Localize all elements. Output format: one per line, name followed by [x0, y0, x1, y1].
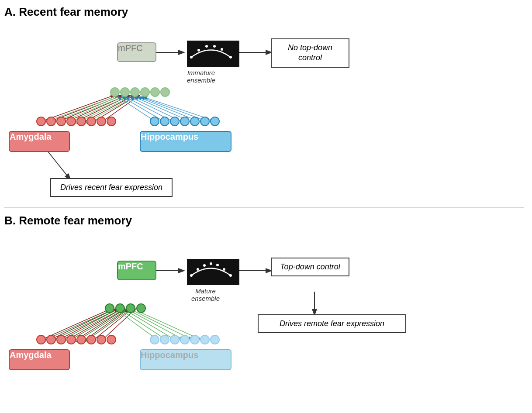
svg-line-5 [68, 95, 127, 121]
ensemble-label-a: Immatureensemble [187, 69, 215, 84]
drives-remote-box: Drives remote fear expression [258, 314, 406, 333]
neuron-blue-a-1 [150, 117, 159, 126]
svg-point-59 [210, 262, 212, 265]
svg-point-61 [223, 268, 225, 271]
svg-point-57 [197, 268, 199, 271]
mpfc-box-b: mPFC [117, 261, 156, 280]
neuron-lightblue-b-1 [150, 335, 159, 344]
drives-recent-label: Drives recent fear expression [60, 183, 162, 192]
neuron-red-a-5 [76, 117, 86, 126]
neuron-lightblue-b-5 [190, 335, 200, 344]
drives-recent-box: Drives recent fear expression [50, 178, 173, 197]
neuron-red-b-8 [107, 335, 116, 344]
ensemble-box-a [187, 41, 239, 67]
neuron-blue-a-6 [200, 117, 210, 126]
neuron-green-a-2 [120, 87, 130, 97]
svg-line-44 [127, 311, 175, 340]
topdown-box: Top-down control [271, 258, 349, 276]
neuron-lightblue-b-2 [160, 335, 169, 344]
svg-point-51 [205, 45, 208, 48]
neuron-red-a-2 [46, 117, 56, 126]
neuron-red-b-6 [86, 335, 96, 344]
hippocampus-label-b: Hippocampus [141, 350, 198, 360]
svg-point-49 [190, 56, 193, 59]
neuron-red-a-7 [97, 117, 106, 126]
amygdala-label-b: Amygdala [10, 350, 52, 360]
hippocampus-box-a: Hippocampus [140, 131, 231, 152]
neuron-green-a-5 [150, 87, 160, 97]
neuron-blue-a-3 [170, 117, 180, 126]
neuron-red-a-1 [36, 117, 46, 126]
amygdala-label-a: Amygdala [10, 132, 52, 141]
neuron-green-a-4 [140, 87, 150, 97]
svg-point-50 [197, 49, 200, 52]
neuron-red-b-5 [76, 335, 86, 344]
svg-point-58 [203, 264, 206, 267]
svg-line-35 [103, 309, 135, 340]
neuron-red-a-6 [86, 117, 96, 126]
svg-line-42 [118, 311, 157, 340]
svg-rect-55 [187, 259, 235, 281]
ensemble-box-b [187, 259, 239, 285]
neuron-blue-a-2 [160, 117, 169, 126]
neuron-red-a-3 [56, 117, 66, 126]
neuron-green-b-2 [115, 303, 125, 313]
divider [4, 207, 524, 208]
neuron-red-b-3 [56, 335, 66, 344]
drives-remote-label: Drives remote fear expression [280, 319, 384, 328]
neuron-green-a-3 [130, 87, 140, 97]
svg-line-47 [137, 311, 201, 340]
svg-rect-48 [187, 41, 235, 62]
hippocampus-label-a: Hippocampus [141, 132, 198, 141]
neuron-red-b-7 [97, 335, 106, 344]
neuron-red-b-1 [36, 335, 46, 344]
amygdala-box-b: Amygdala [9, 349, 70, 370]
neuron-lightblue-b-7 [210, 335, 220, 344]
neuron-green-a-6 [160, 87, 170, 97]
neuron-red-a-4 [66, 117, 76, 126]
amygdala-box-a: Amygdala [9, 131, 70, 152]
neuron-lightblue-b-3 [170, 335, 180, 344]
arrows-svg [0, 0, 532, 413]
ensemble-label-b: Matureensemble [191, 287, 220, 302]
svg-point-60 [216, 264, 219, 266]
hippocampus-box-b: Hippocampus [140, 349, 231, 370]
diagram: A. Recent fear memory B. Remote fear mem… [0, 0, 532, 413]
neuron-lightblue-b-6 [200, 335, 210, 344]
neuron-blue-a-5 [190, 117, 200, 126]
neuron-lightblue-b-4 [180, 335, 190, 344]
neuron-green-b-1 [105, 303, 114, 313]
neuron-blue-a-4 [180, 117, 190, 126]
svg-point-54 [229, 56, 232, 59]
svg-point-56 [190, 274, 193, 277]
no-topdown-label: No top-down control [288, 43, 332, 62]
mpfc-label-a: mPFC [118, 43, 143, 53]
svg-line-21 [138, 97, 199, 121]
svg-line-43 [122, 311, 166, 340]
svg-point-53 [221, 48, 223, 51]
neuron-green-b-3 [126, 303, 135, 313]
no-topdown-box: No top-down control [271, 38, 349, 68]
mpfc-label-b: mPFC [118, 262, 143, 271]
neuron-red-a-8 [107, 117, 116, 126]
neuron-red-b-4 [66, 335, 76, 344]
neuron-green-b-4 [136, 303, 146, 313]
neuron-blue-a-7 [210, 117, 220, 126]
svg-point-52 [213, 45, 216, 48]
section-b-label: B. Remote fear memory [4, 214, 132, 227]
mpfc-box-a: mPFC [117, 42, 156, 62]
section-a-label: A. Recent fear memory [4, 5, 128, 19]
topdown-label: Top-down control [280, 262, 340, 271]
neuron-red-b-2 [46, 335, 56, 344]
svg-line-16 [118, 97, 155, 121]
neuron-green-a-1 [110, 87, 120, 97]
svg-point-62 [229, 274, 232, 277]
